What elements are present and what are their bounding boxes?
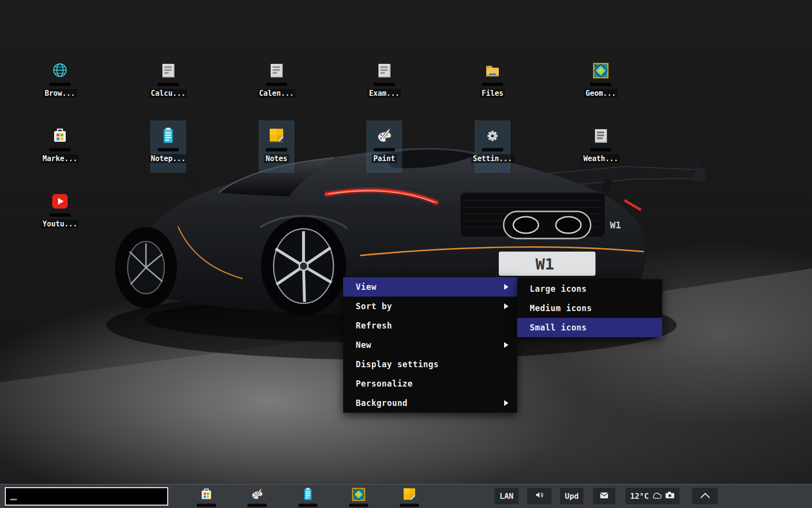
- taskbar-app-marketplace[interactable]: [195, 486, 218, 508]
- notepad-icon: [158, 125, 179, 147]
- taskbar-app-notepad[interactable]: [296, 486, 319, 508]
- network-label: LAN: [500, 492, 514, 501]
- tray-show-hidden-icons-button[interactable]: [692, 488, 718, 504]
- wallpaper-car-scene: W1 W1: [0, 0, 812, 508]
- desktop[interactable]: W1 W1: [0, 0, 812, 508]
- submenu-arrow-icon: [504, 400, 508, 406]
- icon-shadow: [49, 213, 71, 217]
- desktop-icon-label: Youtu...: [41, 220, 79, 228]
- document-icon: [374, 60, 395, 81]
- submenu-arrow-icon: [504, 303, 508, 309]
- menu-item-label: New: [356, 340, 371, 350]
- tray-volume-button[interactable]: [527, 488, 551, 504]
- icon-shadow: [158, 83, 179, 86]
- speaker-icon: [535, 491, 544, 501]
- menu-item-new[interactable]: New: [343, 335, 517, 355]
- menu-item-display-settings[interactable]: Display settings: [343, 355, 517, 374]
- desktop-icon-browser[interactable]: Brow...: [43, 56, 77, 107]
- menu-item-refresh[interactable]: Refresh: [343, 316, 517, 335]
- menu-item-label: Medium icons: [530, 303, 592, 313]
- desktop-icon-settings[interactable]: Settin...: [475, 121, 510, 172]
- menu-item-label: Personalize: [356, 379, 413, 388]
- tray-weather-button[interactable]: 12°C: [625, 488, 680, 504]
- menu-item-background[interactable]: Background: [343, 393, 517, 413]
- desktop-icon-notes[interactable]: Notes: [259, 121, 294, 172]
- menu-item-view[interactable]: View: [343, 277, 517, 297]
- icon-shadow: [49, 148, 71, 151]
- desktop-icon-exam[interactable]: Exam...: [367, 56, 402, 107]
- store-bag-icon: [198, 486, 215, 503]
- icon-shadow: [374, 148, 395, 151]
- chevron-up-icon: [699, 492, 711, 501]
- taskbar: LAN Upd 12°C: [0, 484, 812, 508]
- submenu-item-small-icons[interactable]: Small icons: [517, 318, 662, 337]
- desktop-icon-label: Weath...: [582, 154, 620, 163]
- desktop-icon-calendar[interactable]: Calen...: [259, 56, 294, 107]
- menu-item-label: Background: [356, 398, 407, 408]
- text-caret: [10, 499, 17, 500]
- icon-shadow: [266, 148, 287, 151]
- taskbar-app-geometry[interactable]: [347, 486, 370, 508]
- document-icon: [158, 60, 179, 81]
- geometry-dash-icon: [350, 486, 367, 503]
- menu-item-label: Display settings: [356, 359, 439, 369]
- desktop-icon-label: Paint: [372, 154, 396, 163]
- desktop-icon-calculator[interactable]: Calcu...: [151, 56, 186, 107]
- gear-icon: [482, 125, 503, 147]
- tray-update-button[interactable]: Upd: [560, 488, 583, 504]
- view-submenu: Large icons Medium icons Small icons: [517, 279, 662, 337]
- menu-item-label: Sort by: [356, 301, 392, 311]
- document-icon: [266, 60, 287, 81]
- menu-item-label: Large icons: [530, 284, 587, 294]
- icon-shadow: [482, 148, 503, 151]
- submenu-arrow-icon: [504, 342, 508, 348]
- desktop-icon-label: Geom...: [584, 89, 617, 98]
- car-badge-text: W1: [610, 220, 621, 230]
- desktop-icon-files[interactable]: Files: [475, 56, 510, 107]
- taskbar-app-paint[interactable]: [246, 486, 269, 508]
- submenu-item-large-icons[interactable]: Large icons: [517, 279, 662, 299]
- icon-shadow: [482, 83, 503, 86]
- icon-shadow: [49, 83, 71, 86]
- tray-mail-button[interactable]: [593, 488, 615, 504]
- desktop-icon-paint[interactable]: Paint: [367, 121, 402, 172]
- notepad-icon: [299, 486, 317, 503]
- taskbar-app-notes[interactable]: [398, 486, 421, 508]
- icon-shadow: [266, 83, 287, 86]
- icon-shadow: [590, 148, 611, 151]
- cloud-icon: [652, 492, 662, 501]
- temperature-label: 12°C: [630, 492, 649, 501]
- document-icon: [590, 125, 611, 147]
- desktop-icon-marketplace[interactable]: Marke...: [43, 121, 77, 172]
- running-indicator: [349, 504, 368, 507]
- desktop-icon-label: Files: [480, 89, 505, 98]
- desktop-icon-youtube[interactable]: Youtu...: [43, 186, 77, 238]
- camera-icon: [665, 491, 675, 501]
- desktop-icon-weather[interactable]: Weath...: [583, 121, 618, 172]
- desktop-icon-label: Settin...: [471, 154, 513, 163]
- tray-network-button[interactable]: LAN: [494, 488, 519, 504]
- taskbar-search-input[interactable]: [5, 487, 168, 506]
- submenu-arrow-icon: [504, 284, 508, 290]
- desktop-icon-notepad[interactable]: Notep...: [151, 121, 186, 172]
- desktop-icon-label: Brow...: [43, 89, 76, 98]
- sticky-note-icon: [401, 486, 418, 503]
- running-indicator: [400, 504, 419, 507]
- icon-shadow: [158, 148, 179, 151]
- browser-globe-icon: [49, 60, 71, 81]
- desktop-icon-label: Notes: [264, 154, 289, 163]
- submenu-item-medium-icons[interactable]: Medium icons: [517, 299, 662, 318]
- icon-shadow: [590, 83, 611, 86]
- car-plate-text: W1: [536, 255, 554, 273]
- menu-item-label: Small icons: [530, 323, 587, 332]
- update-label: Upd: [565, 492, 579, 501]
- desktop-icon-label: Marke...: [41, 154, 79, 163]
- sticky-note-icon: [266, 125, 287, 147]
- icon-shadow: [374, 83, 395, 86]
- paint-palette-icon: [248, 486, 266, 503]
- menu-item-sort-by[interactable]: Sort by: [343, 297, 517, 316]
- desktop-icon-geometry[interactable]: Geom...: [583, 56, 618, 107]
- envelope-icon: [600, 492, 609, 501]
- menu-item-personalize[interactable]: Personalize: [343, 374, 517, 393]
- menu-item-label: Refresh: [356, 321, 392, 330]
